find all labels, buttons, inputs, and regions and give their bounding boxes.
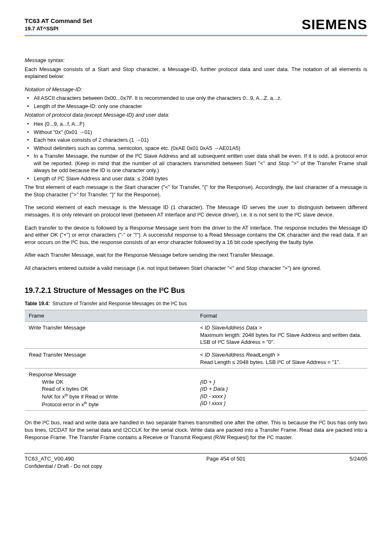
doc-title: TC63 AT Command Set <box>25 16 92 25</box>
section-heading: 19.7.2.1 Structure of Messages on the I²… <box>25 286 367 295</box>
resp-nak-part1: NAK for x <box>42 394 65 400</box>
body-paragraph: The second element of each message is th… <box>25 204 367 218</box>
cell-frame: Response Message Write OK Read of x byte… <box>25 368 196 411</box>
col-format: Format <box>196 310 367 322</box>
footer-doc-id: TC63_ATC_V00.490 <box>25 456 74 462</box>
page-header: TC63 AT Command Set 19.7 AT^SSPI SIEMENS <box>25 16 367 32</box>
resp-err-part2: byte <box>87 401 99 408</box>
table-header-row: Frame Format <box>25 310 367 322</box>
table-caption-bold: Table 19.4: <box>25 301 50 306</box>
resp-err-part1: Protocol error in x <box>42 401 84 408</box>
list-item: Without "0x" (0x01 →01) <box>25 129 367 136</box>
table-caption-rest: Structure of Transfer and Response Messa… <box>53 301 187 306</box>
resp-nak: NAK for xth byte if Read or Write <box>29 393 192 401</box>
cell-frame: Write Transfer Message <box>25 322 196 349</box>
resp-nak-part2: byte if Read or Write <box>68 394 118 400</box>
messages-table: Frame Format Write Transfer Message < ID… <box>25 310 367 411</box>
notation-msgid-label: Notation of Message-ID: <box>25 86 367 93</box>
format-syntax: {ID + } <box>200 379 215 385</box>
cell-frame: Read Transfer Message <box>25 348 196 368</box>
message-syntax-text: Each Message consists of a Start and Sto… <box>25 66 367 80</box>
superscript-th: th <box>65 393 68 397</box>
footer-confidential: Confidential / Draft - Do not copy <box>25 463 102 469</box>
notation-proto-label: Notation of protocol data (except Messag… <box>25 111 367 119</box>
cell-format: {ID + } {ID + Data } {ID - xxxx } {ID ! … <box>196 368 367 411</box>
list-item: Hex (0...9, a...f, A...F) <box>25 120 367 128</box>
page-footer: TC63_ATC_V00.490 Confidential / Draft - … <box>25 455 367 470</box>
list-item: Without delimiters such as comma, semico… <box>25 145 367 152</box>
table-row: Write Transfer Message < ID SlaveAddress… <box>25 322 367 349</box>
footer-divider <box>25 453 367 454</box>
table-caption: Table 19.4: Structure of Transfer and Re… <box>25 301 367 306</box>
col-frame: Frame <box>25 310 196 322</box>
header-divider <box>25 35 367 36</box>
body-paragraph: All characters entered outside a valid m… <box>25 265 367 272</box>
doc-subsection: 19.7 AT^SSPI <box>25 25 92 32</box>
list-item: All ASCII characters between 0x00...0x7F… <box>25 94 367 102</box>
list-item: Length of the Message-ID: only one chara… <box>25 103 367 110</box>
body-paragraph: Each transfer to the device is followed … <box>25 224 367 246</box>
format-syntax: {ID + Data } <box>200 386 228 392</box>
table-row: Read Transfer Message < ID SlaveAddress … <box>25 348 367 368</box>
list-item: In a Transfer Message, the number of the… <box>25 152 367 174</box>
format-syntax: < ID SlaveAddress Data > <box>200 325 262 331</box>
resp-label: Response Message <box>29 371 76 378</box>
footer-page: Page 454 of 501 <box>206 455 245 470</box>
list-item: Each hex value consists of 2 characters … <box>25 136 367 144</box>
cell-format: < ID SlaveAddress Data > Maximum length:… <box>196 322 367 349</box>
body-paragraph: On the I²C bus, read and write data are … <box>25 419 367 441</box>
header-left: TC63 AT Command Set 19.7 AT^SSPI <box>25 16 92 32</box>
footer-date: 5/24/05 <box>350 455 367 470</box>
superscript-th: th <box>84 401 88 405</box>
format-desc: Maximum length: 2048 bytes for I²C Slave… <box>200 332 361 345</box>
resp-write-ok: Write OK <box>29 378 192 386</box>
msgid-bullets: All ASCII characters between 0x00...0x7F… <box>25 94 367 110</box>
cell-format: < ID SlaveAddress ReadLength > Read Leng… <box>196 348 367 368</box>
format-syntax: {ID ! xxxx } <box>200 400 226 406</box>
list-item: Length of I²C Slave Address and user dat… <box>25 175 367 182</box>
body-paragraph: After each Transfer Message, wait for th… <box>25 251 367 259</box>
format-syntax: {ID - xxxx } <box>200 393 226 399</box>
footer-left: TC63_ATC_V00.490 Confidential / Draft - … <box>25 455 102 470</box>
brand-logo: SIEMENS <box>302 16 367 32</box>
resp-read-ok: Read of x bytes OK <box>29 385 192 393</box>
proto-bullets: Hex (0...9, a...f, A...F) Without "0x" (… <box>25 120 367 182</box>
resp-proto-error: Protocol error in xth byte <box>29 401 192 408</box>
body-paragraph: The first element of each message is the… <box>25 184 367 198</box>
format-desc: Read Length ≤ 2048 bytes. LSB I²C of Sla… <box>200 359 340 365</box>
table-row: Response Message Write OK Read of x byte… <box>25 368 367 411</box>
message-syntax-label: Message syntax: <box>25 57 367 64</box>
format-syntax: < ID SlaveAddress ReadLength > <box>200 352 280 358</box>
